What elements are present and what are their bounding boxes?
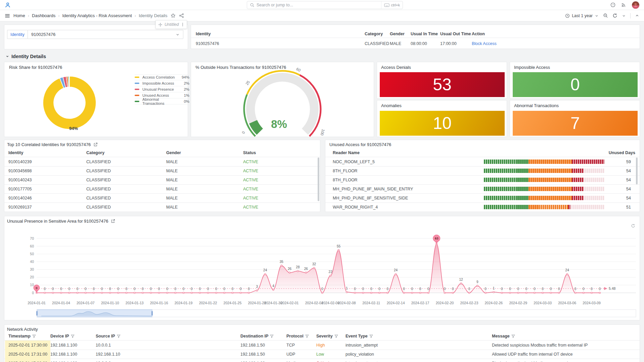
correlated-row[interactable]: 9100140246CLASSIFIEDMALEACTIVE <box>4 193 320 202</box>
unused-row[interactable]: NOC_ROOM_LEFT_559 <box>325 157 640 166</box>
correlated-row[interactable]: 9100140243CLASSIFIEDMALEACTIVE <box>4 175 320 184</box>
unused-row[interactable]: 8TH_FLOOR54 <box>325 166 640 175</box>
data-point[interactable] <box>525 292 527 293</box>
col-category[interactable]: Category <box>365 32 390 36</box>
col-severity[interactable]: Severity <box>316 334 346 338</box>
unusual-presence-line-chart[interactable]: 0102030405060702024-01-012024-01-042024-… <box>4 216 640 321</box>
scrollbar[interactable] <box>318 157 319 201</box>
data-point[interactable] <box>134 292 135 293</box>
anomalies-stat[interactable]: 10 <box>380 111 505 136</box>
data-point[interactable] <box>118 292 119 293</box>
col-gender[interactable]: Gender <box>166 150 243 155</box>
data-point[interactable] <box>150 292 151 293</box>
funnel-filter-icon[interactable] <box>117 334 121 338</box>
network-row[interactable]: 2025-02-01 17:30:00192.168.1.10010.0.0.1… <box>4 341 640 350</box>
col-event-type[interactable]: Event Type <box>346 334 492 338</box>
col-identity[interactable]: Identity <box>8 150 86 155</box>
data-point[interactable] <box>68 292 70 293</box>
funnel-filter-icon[interactable] <box>270 334 274 338</box>
data-point[interactable] <box>232 292 233 293</box>
data-point[interactable] <box>109 292 111 293</box>
data-point[interactable] <box>509 292 511 293</box>
data-point[interactable] <box>517 292 519 293</box>
legend-item[interactable]: Abnormal Transactions0% <box>135 98 189 104</box>
data-point[interactable] <box>199 292 200 293</box>
legend-item[interactable]: Access Correlation94% <box>135 74 189 80</box>
abnormal-transactions-stat[interactable]: 7 <box>513 111 638 136</box>
col-timestamp[interactable]: Timestamp <box>5 334 50 338</box>
data-point[interactable] <box>354 292 356 293</box>
data-point[interactable] <box>542 292 543 293</box>
kebab-menu-icon[interactable] <box>181 22 185 27</box>
time-range-picker[interactable]: Last 1 year <box>565 13 599 18</box>
breadcrumb-item[interactable]: Home <box>13 13 25 18</box>
data-point[interactable] <box>501 292 502 293</box>
unused-row[interactable]: MH_PHD_PUNE_8F_SENSITIVE_SIDE54 <box>325 193 640 202</box>
data-point[interactable] <box>240 292 241 293</box>
data-point[interactable] <box>101 292 102 293</box>
refresh-icon[interactable] <box>612 13 617 18</box>
data-point[interactable] <box>452 292 454 293</box>
data-point[interactable] <box>574 292 576 293</box>
collapse-chevron-up-icon[interactable] <box>635 13 639 18</box>
user-icon[interactable] <box>5 2 11 8</box>
data-point[interactable] <box>60 292 62 293</box>
data-point[interactable] <box>419 292 421 293</box>
data-point[interactable] <box>387 292 388 293</box>
data-point[interactable] <box>85 292 86 293</box>
data-point[interactable] <box>411 292 413 293</box>
data-point[interactable] <box>158 292 159 293</box>
data-point[interactable] <box>558 292 560 293</box>
unused-row[interactable]: MH_PHD_PUNE_8F_MAIN_SIDE_ENTRY54 <box>325 184 640 193</box>
data-point[interactable] <box>216 292 217 293</box>
data-point[interactable] <box>297 270 298 272</box>
data-point[interactable] <box>126 292 127 293</box>
impossible-access-stat[interactable]: 0 <box>513 72 638 97</box>
data-point[interactable] <box>167 292 168 293</box>
col-usual-out-time[interactable]: Usual Out Time <box>440 32 472 36</box>
correlated-row[interactable]: 9100177705CLASSIFIEDMALEACTIVE <box>4 184 320 193</box>
data-point[interactable] <box>460 283 462 284</box>
funnel-filter-icon[interactable] <box>305 334 309 338</box>
col-identity[interactable]: Identity <box>196 32 365 36</box>
scrollbar[interactable] <box>636 157 638 184</box>
data-point[interactable] <box>256 290 258 291</box>
data-point[interactable] <box>591 292 592 293</box>
col-protocol[interactable]: Protocol <box>286 334 316 338</box>
data-point[interactable] <box>599 292 600 293</box>
data-point[interactable] <box>346 291 348 292</box>
funnel-filter-icon[interactable] <box>369 334 373 338</box>
data-point[interactable] <box>403 292 405 293</box>
network-row[interactable]: 2025-02-01 17:32:00192.168.1.10010.0.0.2… <box>4 359 640 362</box>
correlated-row[interactable]: 9100345698CLASSIFIEDMALEACTIVE <box>4 166 320 175</box>
legend-item[interactable]: Unusual Presence2% <box>135 86 189 92</box>
col-source-ip[interactable]: Source IP <box>96 334 240 338</box>
col-message[interactable]: Message <box>492 334 515 338</box>
datazoom-handle-left[interactable] <box>36 311 38 316</box>
data-point[interactable] <box>566 273 568 275</box>
outside-hours-gauge[interactable]: 025601008% <box>191 62 374 137</box>
col-unused-days[interactable]: Unused Days <box>609 150 635 155</box>
floating-panel-header[interactable]: Untitled <box>155 20 187 29</box>
col-category[interactable]: Category <box>86 150 166 155</box>
data-point[interactable] <box>338 250 339 251</box>
col-action[interactable]: Action <box>472 32 485 36</box>
access-denials-stat[interactable]: 53 <box>380 72 505 97</box>
data-point[interactable] <box>395 273 396 275</box>
data-point[interactable] <box>534 292 535 293</box>
data-point[interactable] <box>379 292 380 293</box>
data-point[interactable] <box>313 267 315 269</box>
zoom-out-icon[interactable] <box>603 13 608 18</box>
network-row[interactable]: 2025-02-01 17:31:00192.168.1.100192.168.… <box>4 350 640 359</box>
data-point[interactable] <box>305 272 307 273</box>
data-point[interactable] <box>264 273 266 275</box>
avatar[interactable] <box>632 1 639 9</box>
data-point[interactable] <box>77 292 78 293</box>
data-point[interactable] <box>273 289 274 290</box>
search-input[interactable]: Search or jump to... ctrl+k <box>247 1 403 9</box>
col-reader-name[interactable]: Reader Name <box>333 150 360 155</box>
identity-variable-select[interactable]: 9100257476 <box>28 30 183 39</box>
data-point[interactable] <box>428 292 429 293</box>
data-point[interactable] <box>224 292 225 293</box>
data-point[interactable] <box>207 292 209 293</box>
